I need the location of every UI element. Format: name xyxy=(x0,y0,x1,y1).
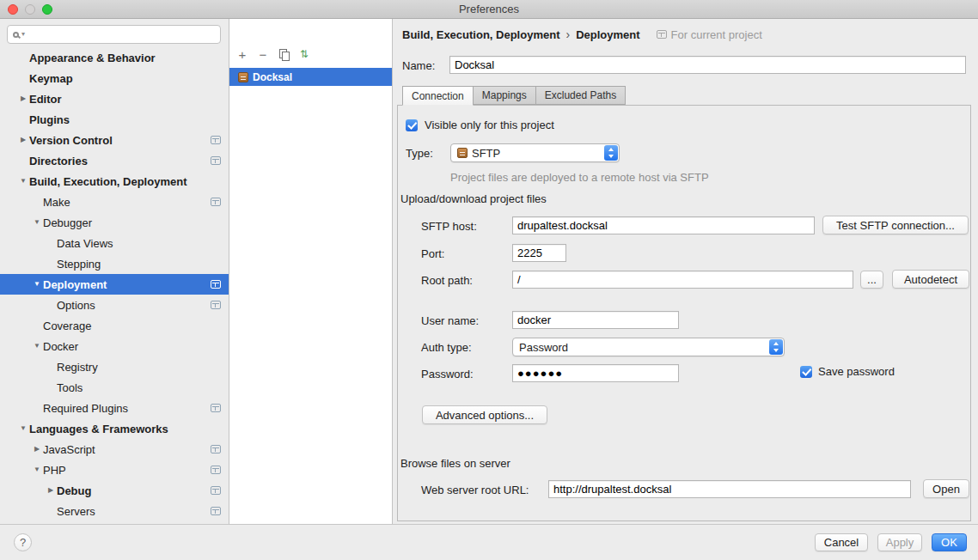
visible-only-checkbox[interactable] xyxy=(406,119,418,131)
visible-only-row[interactable]: Visible only for this project xyxy=(406,119,554,131)
type-dropdown[interactable]: SFTP xyxy=(450,143,620,162)
project-scope-icon xyxy=(211,445,221,453)
root-path-label: Root path: xyxy=(421,274,473,288)
sidebar-item-label: Servers xyxy=(57,505,95,518)
sidebar-item-tools[interactable]: Tools xyxy=(0,377,229,398)
port-input[interactable] xyxy=(512,244,566,262)
chevron-right-icon[interactable]: ▶ xyxy=(17,95,29,102)
save-password-row[interactable]: Save password xyxy=(800,365,895,378)
project-scope-icon xyxy=(211,486,221,495)
open-button[interactable]: Open xyxy=(923,479,969,498)
sidebar-item-plugins[interactable]: Plugins xyxy=(0,109,229,130)
sidebar-item-label: Registry xyxy=(57,361,98,374)
server-list: Docksal xyxy=(229,68,392,86)
chevron-down-icon[interactable]: ▼ xyxy=(31,343,43,350)
project-scope-icon xyxy=(211,404,221,412)
tab-excluded-paths[interactable]: Excluded Paths xyxy=(535,86,626,105)
apply-button[interactable]: Apply xyxy=(877,533,922,551)
sidebar-item-label: Debugger xyxy=(43,216,92,229)
chevron-down-icon[interactable]: ▼ xyxy=(17,178,29,185)
project-scope-icon xyxy=(211,198,221,206)
close-window-icon[interactable] xyxy=(8,4,18,15)
test-sftp-connection-button[interactable]: Test SFTP connection... xyxy=(822,216,969,234)
sidebar-item-debug[interactable]: ▶Debug xyxy=(0,480,229,501)
save-password-checkbox[interactable] xyxy=(800,366,812,378)
ok-button[interactable]: OK xyxy=(932,533,967,551)
content-area: ▾ Appearance & BehaviorKeymap▶EditorPlug… xyxy=(0,19,978,524)
root-path-input[interactable] xyxy=(512,271,853,289)
name-label: Name: xyxy=(402,59,435,73)
sidebar-item-php[interactable]: ▼PHP xyxy=(0,460,229,480)
chevron-right-icon[interactable]: ▶ xyxy=(45,487,57,494)
remove-server-button[interactable]: − xyxy=(256,47,270,61)
advanced-options-button[interactable]: Advanced options... xyxy=(422,405,547,424)
project-scope-icon xyxy=(211,507,221,515)
sidebar-item-label: Docker xyxy=(43,340,78,353)
sync-server-button[interactable]: ⇅ xyxy=(297,47,311,61)
save-password-label: Save password xyxy=(818,365,895,378)
sftp-host-input[interactable] xyxy=(512,216,815,234)
sidebar-item-label: Appearance & Behavior xyxy=(29,52,156,64)
sidebar-item-javascript[interactable]: ▶JavaScript xyxy=(0,439,229,460)
chevron-down-icon[interactable]: ▼ xyxy=(31,466,43,473)
sidebar-item-editor[interactable]: ▶Editor xyxy=(0,88,229,109)
sidebar-item-keymap[interactable]: Keymap xyxy=(0,68,229,88)
titlebar: Preferences xyxy=(0,0,978,19)
browse-root-path-button[interactable]: ... xyxy=(860,271,883,289)
sidebar-item-version-control[interactable]: ▶Version Control xyxy=(0,130,229,150)
sidebar-item-stepping[interactable]: Stepping xyxy=(0,253,229,274)
copy-server-button[interactable] xyxy=(277,47,290,61)
add-server-button[interactable]: + xyxy=(235,47,249,61)
sidebar-item-deployment[interactable]: ▼Deployment xyxy=(0,274,229,295)
chevron-right-icon[interactable]: ▶ xyxy=(31,446,43,453)
cancel-button[interactable]: Cancel xyxy=(815,533,868,551)
name-input[interactable] xyxy=(449,56,966,74)
sync-icon: ⇅ xyxy=(300,49,309,59)
chevron-down-icon[interactable]: ▼ xyxy=(17,425,29,432)
sidebar-item-label: Coverage xyxy=(43,320,91,332)
autodetect-button[interactable]: Autodetect xyxy=(892,270,969,289)
chevron-down-icon[interactable]: ▼ xyxy=(31,219,43,226)
sidebar-item-languages-frameworks[interactable]: ▼Languages & Frameworks xyxy=(0,418,229,439)
web-root-input[interactable] xyxy=(548,480,911,498)
breadcrumb-current: Deployment xyxy=(576,28,639,41)
breadcrumb-root[interactable]: Build, Execution, Deployment xyxy=(402,28,559,41)
sidebar-item-appearance-behavior[interactable]: Appearance & Behavior xyxy=(0,47,229,68)
search-field[interactable]: ▾ xyxy=(7,25,221,44)
sidebar-item-debugger[interactable]: ▼Debugger xyxy=(0,212,229,233)
search-input[interactable] xyxy=(28,28,215,41)
sidebar-item-coverage[interactable]: Coverage xyxy=(0,315,229,336)
search-field-wrap: ▾ xyxy=(7,25,221,44)
sidebar-item-build-execution-deployment[interactable]: ▼Build, Execution, Deployment xyxy=(0,171,229,192)
sidebar-item-label: Debug xyxy=(57,484,91,497)
sidebar-item-label: Deployment xyxy=(43,278,107,291)
sidebar-item-required-plugins[interactable]: Required Plugins xyxy=(0,398,229,418)
search-options-chevron-icon[interactable]: ▾ xyxy=(21,31,25,38)
sftp-host-label: SFTP host: xyxy=(421,220,477,234)
chevron-right-icon[interactable]: ▶ xyxy=(17,137,29,143)
scope-indicator: For current project xyxy=(657,28,762,41)
user-name-input[interactable] xyxy=(512,311,679,329)
help-button[interactable]: ? xyxy=(14,533,32,551)
deployment-settings-main: Build, Execution, Deployment › Deploymen… xyxy=(393,19,978,524)
project-scope-icon xyxy=(211,136,221,144)
auth-type-dropdown[interactable]: Password xyxy=(512,338,785,356)
minimize-window-icon[interactable] xyxy=(25,4,35,15)
zoom-window-icon[interactable] xyxy=(42,4,52,15)
copy-icon xyxy=(279,49,288,59)
sidebar-item-registry[interactable]: Registry xyxy=(0,356,229,377)
sidebar-item-options[interactable]: Options xyxy=(0,295,229,315)
settings-tree: Appearance & BehaviorKeymap▶EditorPlugin… xyxy=(0,47,229,524)
sidebar-item-docker[interactable]: ▼Docker xyxy=(0,336,229,356)
password-input[interactable] xyxy=(512,364,679,382)
tab-connection[interactable]: Connection xyxy=(402,86,474,106)
tab-mappings[interactable]: Mappings xyxy=(473,86,536,105)
server-list-item-docksal[interactable]: Docksal xyxy=(229,68,392,86)
sidebar-item-servers[interactable]: Servers xyxy=(0,501,229,521)
sidebar-item-data-views[interactable]: Data Views xyxy=(0,233,229,253)
upload-section-title: Upload/download project files xyxy=(400,192,547,205)
chevron-down-icon[interactable]: ▼ xyxy=(31,281,43,288)
sidebar-item-directories[interactable]: Directories xyxy=(0,150,229,171)
sidebar-item-make[interactable]: Make xyxy=(0,192,229,212)
sidebar-item-label: Directories xyxy=(29,155,88,167)
